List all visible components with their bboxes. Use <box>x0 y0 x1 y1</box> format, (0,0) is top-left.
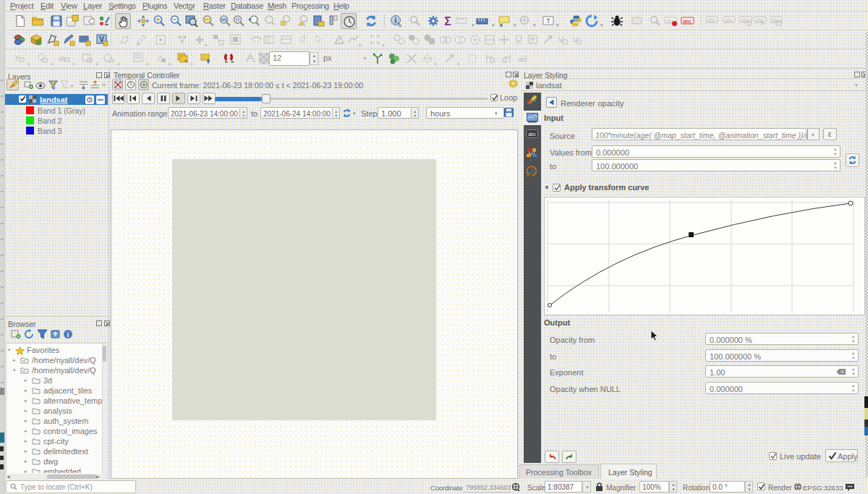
svg-text:T: T <box>546 17 550 25</box>
svg-text:i: i <box>395 17 397 25</box>
svg-text:Y: Y <box>14 54 20 62</box>
svg-text:ab: ab <box>518 56 525 63</box>
svg-text:ε: ε <box>67 85 69 90</box>
svg-text:abc: abc <box>725 17 733 22</box>
svg-text:abc: abc <box>683 18 692 25</box>
svg-text:abc: abc <box>528 132 536 137</box>
svg-text:abc: abc <box>741 17 750 22</box>
svg-text:Σ: Σ <box>444 15 451 27</box>
svg-text:i: i <box>67 331 69 338</box>
svg-text:abc: abc <box>707 17 716 22</box>
svg-text:abc: abc <box>756 17 765 22</box>
